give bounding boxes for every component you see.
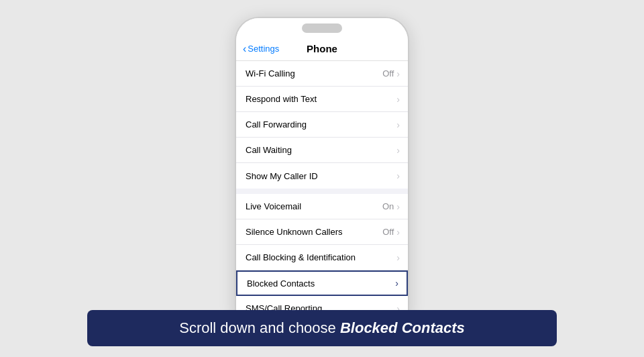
row-wifi-calling[interactable]: Wi-Fi Calling Off ›	[236, 61, 408, 87]
chevron-icon: ›	[395, 278, 398, 289]
row-silence-unknown[interactable]: Silence Unknown Callers Off ›	[236, 219, 408, 245]
row-show-caller-id[interactable]: Show My Caller ID ›	[236, 163, 408, 189]
back-arrow-icon: ‹	[243, 43, 246, 55]
back-label: Settings	[248, 44, 279, 54]
chevron-icon: ›	[396, 170, 400, 181]
nav-back-button[interactable]: ‹ Settings	[243, 43, 279, 55]
row-label: Call Waiting	[246, 145, 396, 155]
row-blocked-contacts[interactable]: Blocked Contacts ›	[236, 270, 408, 296]
row-call-blocking[interactable]: Call Blocking & Identification ›	[236, 245, 408, 270]
chevron-icon: ›	[396, 145, 400, 156]
row-label: Wi-Fi Calling	[246, 68, 382, 79]
chevron-icon: ›	[396, 94, 400, 105]
scene: ‹ Settings Phone Wi-Fi Calling Off › Res…	[0, 0, 644, 357]
settings-group-1: Wi-Fi Calling Off › Respond with Text › …	[236, 61, 408, 189]
chevron-icon: ›	[396, 227, 400, 238]
row-label: Call Forwarding	[246, 119, 396, 130]
row-call-waiting[interactable]: Call Waiting ›	[236, 138, 408, 163]
row-respond-with-text[interactable]: Respond with Text ›	[236, 87, 408, 112]
row-label: Silence Unknown Callers	[246, 227, 382, 237]
nav-bar: ‹ Settings Phone	[236, 37, 408, 61]
chevron-icon: ›	[396, 119, 400, 130]
nav-title: Phone	[307, 43, 337, 54]
chevron-icon: ›	[396, 68, 400, 79]
row-label: Call Blocking & Identification	[246, 252, 396, 262]
row-label: Blocked Contacts	[247, 278, 395, 289]
row-label: Live Voicemail	[246, 201, 382, 211]
annotation-text: Scroll down and choose Blocked Contacts	[179, 319, 465, 337]
annotation-banner: Scroll down and choose Blocked Contacts	[87, 310, 557, 346]
chevron-icon: ›	[396, 252, 400, 263]
row-value: Off	[382, 227, 394, 237]
phone-device: ‹ Settings Phone Wi-Fi Calling Off › Res…	[235, 17, 409, 332]
chevron-icon: ›	[396, 201, 400, 212]
row-value: On	[382, 201, 394, 211]
row-label: Show My Caller ID	[246, 171, 396, 181]
phone-notch	[302, 23, 342, 33]
row-label: Respond with Text	[246, 94, 396, 104]
row-live-voicemail[interactable]: Live Voicemail On ›	[236, 194, 408, 219]
row-value: Off	[382, 68, 394, 79]
settings-list: Wi-Fi Calling Off › Respond with Text › …	[236, 61, 408, 331]
row-call-forwarding[interactable]: Call Forwarding ›	[236, 112, 408, 138]
